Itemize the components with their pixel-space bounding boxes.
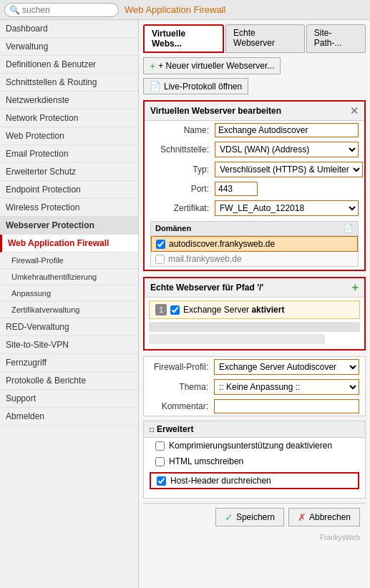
tab-echte[interactable]: Echte Webserver [225, 24, 305, 53]
typ-label: Typ: [150, 165, 215, 175]
schnittstelle-select[interactable]: VDSL (WAN) (Address) [215, 142, 359, 157]
domain-item-autodiscover: autodiscover.frankysweb.de [151, 236, 358, 252]
real-server-header: Echte Webserver für Pfad '/' + [145, 278, 364, 298]
thema-select[interactable]: :: Keine Anpassung :: [214, 379, 359, 395]
domains-list: autodiscover.frankysweb.de mail.frankysw… [151, 236, 358, 266]
name-label: Name: [150, 125, 215, 135]
erweitert-toggle[interactable]: □ Erweitert [144, 421, 365, 438]
name-input[interactable] [215, 123, 359, 137]
checkbox-komprimierung: Komprimierungsunterstützung deaktivieren [144, 438, 365, 454]
firewall-profil-select[interactable]: Exchange Server Autodiscover [214, 359, 359, 375]
edit-panel-title: Virtuellen Webserver bearbeiten [150, 106, 281, 116]
sidebar-item-wireless-protection[interactable]: Wireless Protection [0, 199, 138, 217]
firewall-profil-label: Firewall-Profil: [150, 362, 214, 372]
form-row-port: Port: [145, 180, 364, 198]
action-bar: ✓ Speichern ✗ Abbrechen [143, 503, 366, 531]
thema-label: Thema: [150, 382, 214, 392]
log-button-label: Live-Protokoll öffnen [164, 82, 242, 92]
bottom-panel: Firewall-Profil: Exchange Server Autodis… [143, 356, 366, 416]
sidebar-item-schnittstellen[interactable]: Schnittstellen & Routing [0, 74, 138, 92]
real-server-section: Echte Webserver für Pfad '/' + 1 Exchang… [143, 277, 366, 351]
sidebar-item-anpassung[interactable]: Anpassung [0, 285, 138, 302]
form-row-firewall-profil: Firewall-Profil: Exchange Server Autodis… [144, 357, 365, 377]
host-header-checkbox[interactable] [157, 476, 166, 486]
sidebar-item-endpoint-protection[interactable]: Endpoint Protection [0, 181, 138, 199]
blurred-row-2 [149, 334, 325, 344]
sidebar-item-erweiterter-schutz[interactable]: Erweiterter Schutz [0, 163, 138, 181]
typ-select[interactable]: Verschlüsselt (HTTPS) & Umleiter [215, 162, 363, 177]
zertifikat-label: Zertifikat: [150, 203, 215, 213]
erweitert-section: □ Erweitert Komprimierungsunterstützung … [143, 421, 366, 499]
search-box[interactable]: 🔍 [4, 3, 119, 17]
save-button[interactable]: ✓ Speichern [215, 508, 284, 526]
sidebar-item-netzwerkdienste[interactable]: Netzwerkdienste [0, 92, 138, 109]
port-input[interactable] [215, 182, 258, 196]
log-icon: 📄 [150, 81, 161, 92]
sidebar-item-verwaltung[interactable]: Verwaltung [0, 38, 138, 56]
collapse-icon: □ [150, 426, 154, 433]
new-virtual-webserver-button[interactable]: + + Neuer virtueller Webserver... [143, 57, 281, 74]
form-row-thema: Thema: :: Keine Anpassung :: [144, 377, 365, 397]
form-row-schnittstelle: Schnittstelle: VDSL (WAN) (Address) [145, 139, 364, 160]
live-log-button[interactable]: 📄 Live-Protokoll öffnen [143, 78, 248, 94]
sidebar-item-site-to-site-vpn[interactable]: Site-to-Site-VPN [0, 336, 138, 354]
komprimierung-label: Komprimierungsunterstützung deaktivieren [169, 441, 332, 451]
html-umschreiben-label: HTML umschreiben [169, 456, 243, 466]
main-content: Virtuelle Webs... Echte Webserver Site-P… [139, 20, 370, 588]
domain-item-mail: mail.frankysweb.de [151, 252, 358, 266]
watermark: FrankysWeb [143, 531, 366, 544]
sidebar-item-fernzugriff[interactable]: Fernzugriff [0, 354, 138, 372]
zertifikat-select[interactable]: FW_LE_Auto_122018 [215, 200, 359, 216]
sidebar-item-protokolle[interactable]: Protokolle & Berichte [0, 372, 138, 390]
breadcrumb: Web Application Firewall [125, 4, 225, 15]
blurred-row-1 [149, 322, 360, 332]
sidebar-item-firewall-profile[interactable]: Firewall-Profile [0, 253, 138, 269]
x-icon: ✗ [298, 511, 306, 523]
sidebar-item-red-verwaltung[interactable]: RED-Verwaltung [0, 318, 138, 336]
sidebar-item-dashboard[interactable]: Dashboard [0, 20, 138, 38]
host-header-label: Host-Header durchreichen [170, 476, 271, 486]
close-icon[interactable]: ✕ [350, 105, 359, 117]
real-server-add-icon[interactable]: + [352, 281, 359, 294]
port-label: Port: [150, 184, 215, 194]
real-server-item: 1 Exchange Server aktiviert [149, 300, 360, 319]
kommentar-input[interactable] [214, 399, 359, 413]
domain-checkbox-autodiscover[interactable] [156, 240, 165, 249]
cancel-button[interactable]: ✗ Abbrechen [288, 508, 360, 526]
form-row-zertifikat: Zertifikat: FW_LE_Auto_122018 [145, 198, 364, 218]
sidebar-item-waf[interactable]: Web Application Firewall [0, 235, 138, 253]
edit-panel-header: Virtuellen Webserver bearbeiten ✕ [145, 102, 364, 121]
sidebar-item-umkehrauthentifizierung[interactable]: Umkehrauthentifizierung [0, 269, 138, 285]
search-icon: 🔍 [9, 5, 20, 15]
tab-virtuelle[interactable]: Virtuelle Webs... [143, 24, 224, 53]
domains-add-icon[interactable]: 📄 [344, 224, 354, 233]
sidebar-item-definitionen[interactable]: Definitionen & Benutzer [0, 56, 138, 74]
new-button-label: + Neuer virtueller Webserver... [158, 61, 274, 71]
real-server-list: 1 Exchange Server aktiviert [145, 298, 364, 346]
cancel-label: Abbrechen [309, 512, 351, 522]
form-row-kommentar: Kommentar: [144, 397, 365, 416]
komprimierung-checkbox[interactable] [155, 441, 165, 451]
sidebar-item-web-protection[interactable]: Web Protection [0, 127, 138, 145]
search-input[interactable] [22, 5, 115, 15]
sidebar-item-email-protection[interactable]: Email Protection [0, 145, 138, 163]
tab-site-path[interactable]: Site-Path-... [306, 24, 366, 53]
real-server-title: Echte Webserver für Pfad '/' [150, 283, 263, 293]
schnittstelle-label: Schnittstelle: [150, 144, 215, 155]
kommentar-label: Kommentar: [150, 401, 214, 411]
erweitert-label: Erweitert [157, 424, 193, 434]
html-umschreiben-checkbox[interactable] [155, 457, 165, 466]
domain-checkbox-mail[interactable] [155, 255, 165, 264]
sidebar-item-network-protection[interactable]: Network Protection [0, 109, 138, 127]
form-row-typ: Typ: Verschlüsselt (HTTPS) & Umleiter [145, 160, 364, 180]
sidebar-item-abmelden[interactable]: Abmelden [0, 408, 138, 426]
sidebar-item-webserver-protection: Webserver Protection [0, 217, 138, 235]
check-icon: ✓ [225, 511, 233, 523]
rs-item-checkbox[interactable] [170, 305, 180, 315]
checkbox-html-umschreiben: HTML umschreiben [144, 454, 365, 469]
edit-panel: Virtuellen Webserver bearbeiten ✕ Name: … [143, 100, 366, 271]
plus-icon: + [150, 60, 155, 72]
sidebar-item-zertifikatverwaltung[interactable]: Zertifikatverwaltung [0, 302, 138, 318]
sidebar-item-support[interactable]: Support [0, 390, 138, 408]
domains-header: Domänen 📄 [151, 222, 358, 236]
